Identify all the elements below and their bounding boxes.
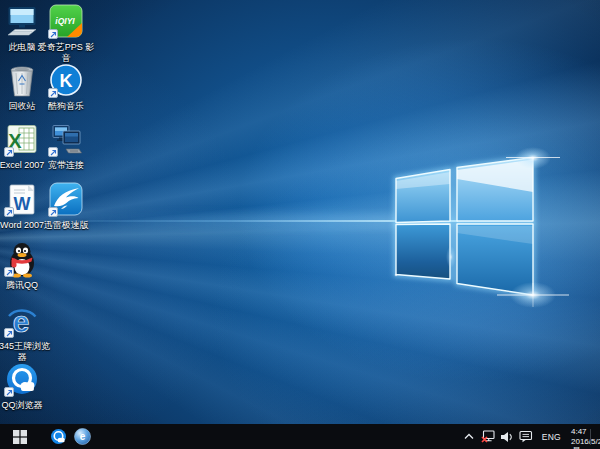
desktop-icon-label: 此电脑	[9, 42, 36, 53]
recycle-bin-art	[5, 63, 39, 99]
word-2007-art: W	[5, 182, 39, 218]
network-disconnected-icon	[481, 430, 496, 443]
broadband-art	[49, 122, 83, 158]
2345-browser-art: e	[5, 303, 39, 339]
desktop-icon-broadband[interactable]: 宽带连接	[36, 122, 96, 171]
language-indicator[interactable]: ENG	[538, 424, 565, 449]
desktop-icon-2345-browser[interactable]: e 2345王牌浏览器	[0, 303, 52, 363]
xunlei-art	[49, 182, 83, 218]
qq-browser-art	[5, 362, 39, 398]
svg-text:iQIYI: iQIYI	[55, 16, 75, 26]
excel-2007-art: X	[5, 122, 39, 158]
action-center-icon	[519, 430, 533, 443]
this-pc-icon	[5, 4, 39, 40]
tray-divider	[590, 429, 591, 445]
2345-browser-taskbar-icon: e	[74, 428, 91, 445]
desktop-icon-iqiyi-pps[interactable]: iQIYI 爱奇艺PPS 影音	[36, 4, 96, 64]
volume-button[interactable]	[500, 424, 515, 449]
desktop-icon-label: QQ浏览器	[1, 400, 42, 411]
windows-start-icon	[13, 430, 27, 444]
desktop-icon-tencent-qq[interactable]: 腾讯QQ	[0, 242, 52, 291]
tray-chevron-button[interactable]	[462, 424, 477, 449]
desktop-icon-kugou-music[interactable]: K 酷狗音乐	[36, 63, 96, 112]
speaker-icon	[500, 431, 514, 443]
desktop-icon-label: 宽带连接	[48, 160, 84, 171]
shortcut-arrow-icon	[4, 387, 14, 397]
chevron-up-icon	[464, 433, 474, 440]
clock[interactable]: 4:47 2016/5/24 星期二	[569, 424, 584, 449]
recycle-bin-icon	[5, 63, 39, 99]
shortcut-arrow-icon	[4, 328, 14, 338]
svg-text:W: W	[14, 194, 31, 214]
system-tray: ENG 4:47 2016/5/24 星期二	[462, 424, 600, 449]
action-center-button[interactable]	[519, 424, 534, 449]
desktop-screen: 此电脑 iQIYI 爱奇艺PPS 影音 回收站 K 酷狗音乐 X Excel 2…	[0, 0, 600, 449]
start-button[interactable]	[0, 424, 40, 449]
shortcut-arrow-icon	[4, 267, 14, 277]
desktop-icon-label: 回收站	[9, 101, 36, 112]
clock-time: 4:47	[571, 427, 582, 437]
clock-date: 2016/5/24 星期二	[571, 437, 582, 449]
this-pc-art	[5, 4, 39, 40]
shortcut-arrow-icon	[48, 29, 58, 39]
taskbar: e	[0, 424, 600, 449]
shortcut-arrow-icon	[48, 88, 58, 98]
taskbar-button-2345-browser[interactable]: e	[70, 424, 94, 449]
kugou-music-art: K	[49, 63, 83, 99]
desktop-icon-qq-browser[interactable]: QQ浏览器	[0, 362, 52, 411]
tencent-qq-art	[5, 242, 39, 278]
svg-text:e: e	[79, 431, 85, 442]
desktop-icon-label: 2345王牌浏览器	[0, 341, 52, 363]
desktop-icon-label: 迅雷极速版	[44, 220, 89, 231]
shortcut-arrow-icon	[48, 207, 58, 217]
shortcut-arrow-icon	[4, 207, 14, 217]
show-desktop-button[interactable]	[592, 424, 596, 449]
desktop-icon-label: 酷狗音乐	[48, 101, 84, 112]
qq-browser-taskbar-icon	[50, 428, 67, 445]
shortcut-arrow-icon	[4, 147, 14, 157]
shortcut-arrow-icon	[48, 147, 58, 157]
desktop-icon-label: 腾讯QQ	[6, 280, 38, 291]
desktop-icon-xunlei[interactable]: 迅雷极速版	[36, 182, 96, 231]
taskbar-pinned-apps: e	[46, 424, 94, 449]
taskbar-button-qq-browser[interactable]	[46, 424, 70, 449]
iqiyi-pps-art: iQIYI	[49, 4, 83, 40]
desktop-icon-label: 爱奇艺PPS 影音	[36, 42, 96, 64]
network-status-button[interactable]	[481, 424, 496, 449]
desktop-icon-grid: 此电脑 iQIYI 爱奇艺PPS 影音 回收站 K 酷狗音乐 X Excel 2…	[0, 0, 600, 424]
svg-text:K: K	[60, 71, 73, 91]
